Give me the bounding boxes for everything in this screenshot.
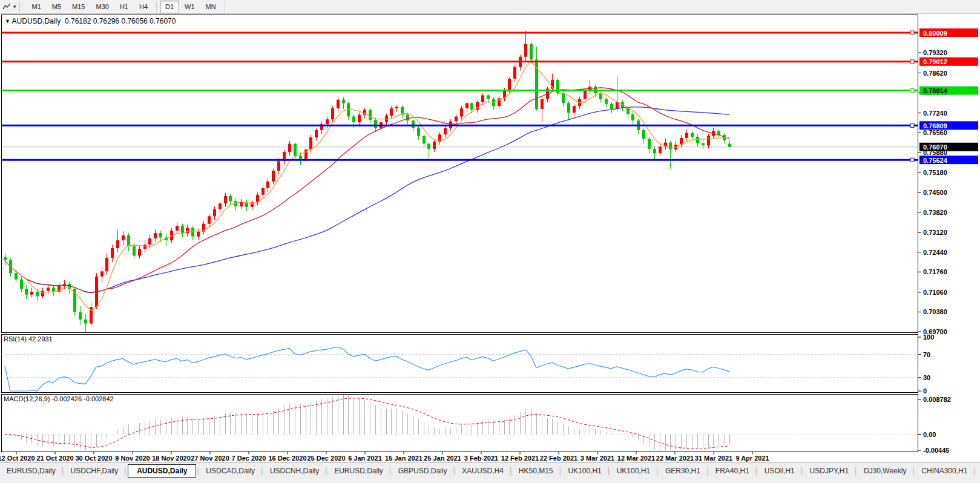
candle-body — [15, 273, 18, 280]
rsi-axis-label: 30 — [923, 374, 930, 381]
candle-body — [487, 95, 490, 99]
rsi-line — [5, 347, 729, 391]
tab-dj30-weekly[interactable]: DJ30,Weekly — [858, 465, 912, 477]
macd-axis-label: 0.00 — [923, 431, 936, 438]
timeframe-button-h1[interactable]: H1 — [114, 1, 134, 13]
macd-axis-label: 0.008782 — [923, 396, 951, 403]
candle-body — [181, 226, 184, 233]
candle-body — [342, 100, 345, 104]
tab-china300-h1[interactable]: CHINA300,H1 — [916, 465, 973, 477]
chart-ohlc-values: 0.76182 0.76296 0.76056 0.76070 — [65, 17, 176, 25]
collapse-caret-icon[interactable]: ▼ — [5, 18, 10, 24]
candle-body — [702, 143, 705, 146]
candle-body — [567, 103, 570, 113]
timeframe-button-m15[interactable]: M15 — [67, 1, 90, 13]
candle-body — [696, 137, 699, 143]
tab-usdcnh-daily[interactable]: USDCNH,Daily — [265, 465, 324, 477]
timeframe-button-m30[interactable]: M30 — [91, 1, 114, 13]
date-axis-label: 15 Jan 2021 — [385, 455, 423, 462]
tab-usdjpy-h1[interactable]: USDJPY,H1 — [804, 465, 854, 477]
resistance-lower-price-label: 0.79012 — [919, 58, 978, 66]
macd-name: MACD(12,26,9) — [4, 395, 50, 402]
svg-text:0.75624: 0.75624 — [923, 157, 948, 164]
candle-body — [631, 114, 634, 121]
resistance-lower-handle[interactable] — [910, 60, 914, 64]
tab-separator: │ — [607, 467, 611, 475]
date-axis-label: 25 Dec 2020 — [307, 455, 346, 462]
candle-body — [277, 161, 280, 171]
tab-separator: │ — [260, 467, 265, 475]
tab-ger30-h1[interactable]: GER30,H1 — [660, 465, 706, 477]
candle-body — [299, 156, 302, 160]
tab-usdchf-daily[interactable]: USDCHF,Daily — [65, 465, 124, 477]
resistance-upper-handle[interactable] — [910, 31, 914, 34]
toolbar-grip[interactable] — [19, 2, 23, 11]
tab-uk100-h1[interactable]: UK100,H1 — [562, 465, 607, 477]
candle-body — [541, 99, 544, 109]
tab-hk50-m15[interactable]: HK50,M15 — [513, 465, 559, 477]
candle-body — [524, 44, 527, 57]
candle-body — [272, 171, 275, 182]
candle-body — [219, 203, 222, 209]
candle-body — [84, 320, 87, 324]
candle-body — [100, 271, 104, 277]
timeframe-buttons: M1M5M15M30H1H4D1W1MN — [27, 1, 228, 13]
candle-body — [465, 103, 469, 108]
svg-text:0.79012: 0.79012 — [923, 58, 947, 65]
candle-body — [417, 128, 420, 136]
supply-zone-handle[interactable] — [910, 89, 914, 93]
rsi-name: RSI(14) — [4, 335, 27, 343]
date-axis-label: 6 Jan 2021 — [348, 455, 382, 462]
tab-eurusd-daily[interactable]: EURUSD,Daily — [329, 465, 389, 477]
resistance-upper-price-label: 0.80009 — [919, 28, 978, 37]
timeframe-button-h4[interactable]: H4 — [134, 1, 153, 13]
tab-separator: │ — [452, 467, 456, 475]
date-axis-label: 12 Feb 2021 — [501, 455, 539, 462]
timeframe-button-m5[interactable]: M5 — [47, 1, 67, 13]
range-bottom-handle[interactable] — [910, 158, 914, 162]
candle-body — [159, 233, 162, 237]
price-axis-tick-label: 0.71760 — [923, 268, 947, 275]
date-axis-label: 27 Nov 2020 — [191, 455, 229, 462]
date-axis-label: 12 Oct 2020 — [0, 455, 35, 462]
timeframe-button-w1[interactable]: W1 — [179, 1, 200, 13]
date-axis: 12 Oct 202021 Oct 202030 Oct 20209 Nov 2… — [0, 452, 769, 462]
candle-body — [433, 142, 436, 149]
date-axis-label: 7 Dec 2020 — [232, 455, 266, 462]
tab-audusd-daily[interactable]: AUDUSD,Daily — [128, 464, 196, 478]
chart-tool-icon[interactable] — [1, 2, 13, 12]
candle-body — [208, 216, 211, 223]
range-top-handle[interactable] — [910, 123, 914, 127]
tab-separator: │ — [912, 467, 916, 475]
tab-eurusd-daily[interactable]: EURUSD,Daily — [1, 465, 61, 477]
date-axis-label: 3 Mar 2021 — [580, 455, 614, 462]
tab-uk100-h1[interactable]: UK100,H1 — [611, 465, 656, 477]
date-axis-label: 25 Jan 2021 — [424, 455, 461, 462]
candle-body — [648, 139, 651, 149]
tab-usoil-h1[interactable]: USOil,H1 — [759, 465, 800, 477]
timeframe-button-d1[interactable]: D1 — [160, 1, 179, 13]
candle-body — [374, 120, 377, 128]
candle-body — [481, 95, 484, 102]
price-axis-tick-label: 0.75180 — [923, 169, 947, 176]
tab-fra40-h1[interactable]: FRA40,H1 — [710, 465, 755, 477]
candle-body — [616, 102, 619, 109]
rsi-axis-label: 70 — [923, 351, 930, 358]
price-axis-tick-label: 0.72440 — [923, 249, 947, 256]
candle-body — [395, 107, 398, 108]
timeframe-button-mn[interactable]: MN — [200, 1, 222, 13]
candle-body — [154, 233, 157, 238]
candle-body — [513, 67, 516, 79]
tab-u[interactable]: U — [977, 465, 980, 477]
candle-body — [36, 292, 39, 297]
tab-separator: │ — [800, 467, 804, 475]
tab-usdcad-daily[interactable]: USDCAD,Daily — [200, 465, 260, 477]
candle-body — [352, 116, 355, 122]
date-axis-label: 21 Oct 2020 — [36, 455, 73, 462]
timeframe-button-m1[interactable]: M1 — [27, 1, 47, 13]
tab-gbpusd-daily[interactable]: GBPUSD,Daily — [393, 465, 453, 477]
horizontal-level-lines — [2, 31, 918, 162]
tab-xauusd-h4[interactable]: XAUUSD,H4 — [456, 465, 509, 477]
chevron-down-icon[interactable]: ▾ — [13, 4, 16, 10]
svg-text:0.80009: 0.80009 — [923, 30, 947, 37]
